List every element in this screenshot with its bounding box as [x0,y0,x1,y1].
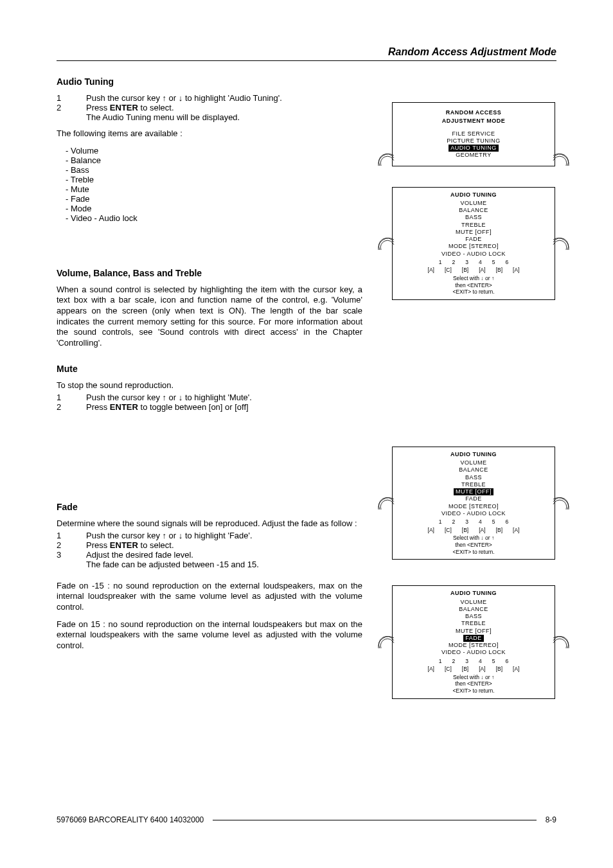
num: 2 [452,518,456,526]
lab: [A] [513,267,519,274]
osd-title: ADJUSTMENT MODE [399,118,548,125]
text-fragment: or [484,535,492,541]
step-number: 1 [57,531,86,540]
osd-footer-lines: Select with ↓ or ↑ then <ENTER> <EXIT> t… [399,275,548,296]
osd-footer-lines: Select with ↓ or ↑ then <ENTER> <EXIT> t… [399,535,548,555]
lab: [B] [496,666,502,673]
list-item: - Video - Audio lock [66,213,362,223]
text-fragment: then <ENTER> [399,680,548,687]
osd-line: VOLUME [399,599,548,606]
osd-source-labels: [A][C][B][A][B][A] [399,666,548,673]
osd-source-numbers: 123456 [399,518,548,526]
projector-fan-right-icon [552,235,571,252]
osd-line: VIDEO - AUDIO LOCK [399,649,548,656]
num: 1 [439,518,442,526]
step-number: 1 [57,393,86,402]
osd-line: TREBLE [399,620,548,627]
mute-intro: To stop the sound reproduction. [57,380,362,391]
step-text: Adjust the desired fade level. The fade … [86,550,362,569]
list-item: - Bass [66,165,362,175]
osd-menu-mute: AUDIO TUNING VOLUME BALANCE BASS TREBLE … [392,447,555,560]
lab: [B] [462,267,468,274]
osd-source-labels: [A][C][B][A][B][A] [399,267,548,274]
text-fragment: to highlight 'Mute'. [182,393,252,402]
osd-source-numbers: 123456 [399,259,548,266]
osd-title: AUDIO TUNING [399,191,548,199]
left-column: Audio Tuning 1 Push the cursor key ↑ or … [57,76,362,704]
highlight-label: MUTE [OFF] [454,488,493,495]
step-row: 2 Press ENTER to select. The Audio Tunin… [57,103,362,122]
up-arrow-icon: ↑ [492,275,494,281]
num: 1 [439,259,442,266]
osd-line: VIDEO - AUDIO LOCK [399,251,548,258]
text-fragment: Select with [453,674,481,680]
num: 6 [505,259,508,266]
num: 2 [452,658,456,665]
lab: [C] [445,527,452,534]
num: 5 [492,518,495,526]
osd-title: AUDIO TUNING [399,451,548,458]
osd-line: MODE [STEREO] [399,243,548,250]
osd-line: BASS [399,474,548,481]
fade-intro: Determine where the sound signals will b… [57,518,362,529]
step-text: Press ENTER to select. [86,540,362,550]
section-heading-fade: Fade [57,502,362,512]
osd-line: MUTE [OFF] [399,229,548,236]
osd-line: BALANCE [399,466,548,474]
text-fragment: Push the cursor key [86,531,163,540]
footer-rule [213,820,536,820]
lab: [A] [479,666,485,673]
highlight-label: AUDIO TUNING [449,145,498,152]
step-text: Push the cursor key ↑ or ↓ to highlight … [86,393,362,402]
osd-line: FADE [399,236,548,243]
projector-fan-left-icon [376,633,395,651]
num: 3 [465,259,468,266]
step-text: Press ENTER to select. The Audio Tuning … [86,103,362,122]
text-fragment: The fade can be adjusted between -15 and… [86,560,259,569]
osd-line: VIDEO - AUDIO LOCK [399,510,548,517]
osd-line-highlighted: AUDIO TUNING [399,145,548,152]
osd-footer-lines: Select with ↓ or ↑ then <ENTER> <EXIT> t… [399,674,548,695]
text-fragment: then <ENTER> [399,282,548,289]
text-fragment: <EXIT> to return. [399,288,548,296]
osd-line: PICTURE TUNING [399,137,548,145]
text-fragment: to select. [138,103,174,112]
vbbt-paragraph: When a sound control is selected by high… [57,285,362,349]
osd-menu-random-access: RANDOM ACCESS ADJUSTMENT MODE FILE SERVI… [392,102,555,166]
projector-fan-right-icon [552,150,571,168]
step-number: 2 [57,103,86,122]
osd-menu-audio-tuning: AUDIO TUNING VOLUME BALANCE BASS TREBLE … [392,187,555,300]
num: 4 [479,259,482,266]
step-text: Push the cursor key ↑ or ↓ to highlight … [86,531,362,540]
up-arrow-icon: ↑ [492,535,494,541]
footer-page-number: 8-9 [546,815,556,824]
num: 3 [465,658,468,665]
text-fragment: <EXIT> to return. [399,549,548,556]
text-fragment: Select with [453,275,481,281]
step-number: 1 [57,93,86,103]
text-fragment: or [484,674,492,680]
step-row: 2 Press ENTER to toggle between [on] or … [57,402,362,412]
osd-source-labels: [A][C][B][A][B][A] [399,527,548,534]
text-fragment: to highlight 'Fade'. [182,531,252,540]
num: 2 [452,259,456,266]
osd-menu-fade: AUDIO TUNING VOLUME BALANCE BASS TREBLE … [392,585,555,698]
text-fragment: to toggle between [on] or [off] [138,402,249,412]
projector-fan-left-icon [376,235,395,252]
num: 5 [492,658,495,665]
osd-line: BALANCE [399,207,548,214]
items-intro: The following items are available : [57,128,362,139]
list-item: - Treble [66,175,362,184]
text-fragment: or [166,393,179,402]
text-fragment: Press [86,103,110,112]
step-number: 2 [57,402,86,412]
num: 6 [505,658,508,665]
text-fragment: <EXIT> to return. [399,687,548,695]
text-fragment: or [484,275,492,281]
text-fragment: Adjust the desired fade level. [86,550,193,560]
step-row: 1 Push the cursor key ↑ or ↓ to highligh… [57,393,362,402]
step-row: 1 Push the cursor key ↑ or ↓ to highligh… [57,531,362,540]
lab: [B] [462,527,468,534]
enter-key-label: ENTER [110,402,138,412]
step-number: 2 [57,540,86,550]
